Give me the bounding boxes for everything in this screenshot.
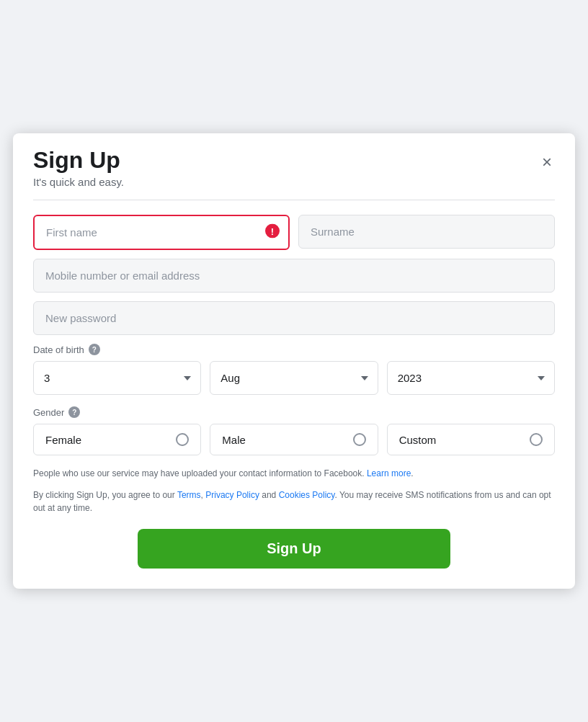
modal-subtitle: It's quick and easy. xyxy=(33,176,555,188)
email-input[interactable] xyxy=(33,259,555,293)
gender-label: Gender ? xyxy=(33,406,555,418)
year-select[interactable]: 2023 2022 2021 2000 xyxy=(387,361,555,395)
password-row xyxy=(33,301,555,335)
month-select-wrapper: Aug Jan Feb Mar xyxy=(210,361,378,395)
gender-male-label: Male xyxy=(222,434,246,446)
gender-custom-label: Custom xyxy=(399,434,437,446)
month-select[interactable]: Aug Jan Feb Mar xyxy=(210,361,378,395)
day-select-wrapper: 3 1 2 4 5 xyxy=(33,361,201,395)
gender-help-icon[interactable]: ? xyxy=(68,406,80,418)
contact-info-text: People who use our service may have uplo… xyxy=(33,467,555,480)
learn-more-link[interactable]: Learn more xyxy=(367,468,411,478)
gender-section: Gender ? Female Male Custom xyxy=(33,406,555,455)
dob-section: Date of birth ? 3 1 2 4 5 Aug Jan xyxy=(33,344,555,395)
signup-modal: Sign Up It's quick and easy. × ! xyxy=(13,133,575,589)
date-row: 3 1 2 4 5 Aug Jan Feb Mar xyxy=(33,361,555,395)
password-input[interactable] xyxy=(33,301,555,335)
cookies-policy-link[interactable]: Cookies Policy xyxy=(279,490,335,500)
close-button[interactable]: × xyxy=(539,151,555,174)
modal-title: Sign Up xyxy=(33,148,555,173)
first-name-input[interactable] xyxy=(33,215,290,250)
first-name-field: ! xyxy=(33,215,290,250)
modal-header: Sign Up It's quick and easy. × xyxy=(33,148,555,200)
signup-button[interactable]: Sign Up xyxy=(138,529,450,569)
terms-text: By clicking Sign Up, you agree to our Te… xyxy=(33,489,555,514)
day-select[interactable]: 3 1 2 4 5 xyxy=(33,361,201,395)
dob-label: Date of birth ? xyxy=(33,344,555,355)
surname-input[interactable] xyxy=(298,215,555,249)
gender-option-female[interactable]: Female xyxy=(33,424,201,455)
gender-row: Female Male Custom xyxy=(33,424,555,455)
signup-form: ! Date of birth ? 3 1 xyxy=(33,215,555,569)
gender-female-label: Female xyxy=(45,434,81,446)
dob-help-icon[interactable]: ? xyxy=(89,344,100,355)
gender-male-radio[interactable] xyxy=(353,433,366,446)
year-select-wrapper: 2023 2022 2021 2000 xyxy=(387,361,555,395)
email-row xyxy=(33,259,555,293)
privacy-policy-link[interactable]: Privacy Policy xyxy=(205,490,259,500)
gender-option-male[interactable]: Male xyxy=(210,424,378,455)
name-row: ! xyxy=(33,215,555,250)
gender-custom-radio[interactable] xyxy=(530,433,543,446)
gender-female-radio[interactable] xyxy=(176,433,189,446)
terms-link[interactable]: Terms xyxy=(177,490,201,500)
surname-field xyxy=(298,215,555,250)
gender-option-custom[interactable]: Custom xyxy=(387,424,555,455)
